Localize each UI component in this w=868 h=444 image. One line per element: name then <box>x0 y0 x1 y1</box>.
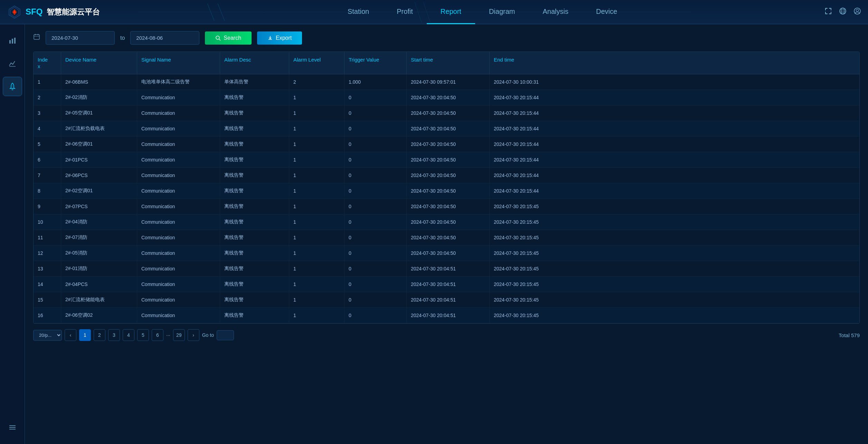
cell-alarm-desc: 单体高告警 <box>220 74 289 90</box>
col-header-trigger-value: Trigger Value <box>345 52 407 74</box>
cell-alarm-desc: 离线告警 <box>220 121 289 136</box>
search-button[interactable]: Search <box>205 31 252 45</box>
date-to-input[interactable] <box>130 31 199 45</box>
calendar-icon[interactable] <box>33 34 40 42</box>
cell-index: 8 <box>34 183 61 198</box>
table-row[interactable]: 9 2#-07PCS Communication 离线告警 1 0 2024-0… <box>34 199 859 214</box>
cell-end-time: 2024-07-30 20:15:45 <box>490 277 573 292</box>
cell-alarm-level: 1 <box>289 105 345 121</box>
cell-end-time: 2024-07-30 20:15:45 <box>490 230 573 245</box>
page-6-button[interactable]: 6 <box>152 329 163 341</box>
cell-index: 6 <box>34 152 61 167</box>
cell-end-time: 2024-07-30 20:15:44 <box>490 168 573 183</box>
page-next-button[interactable]: › <box>188 329 199 341</box>
cell-end-time: 2024-07-30 20:15:44 <box>490 152 573 167</box>
body-layout: to Search Export Index <box>0 24 868 444</box>
cell-signal-name: Communication <box>137 261 220 276</box>
cell-device-name: 2#-06PCS <box>61 168 137 183</box>
cell-end-time: 2024-07-30 10:00:31 <box>490 74 573 90</box>
user-icon[interactable] <box>853 7 861 17</box>
nav-diagram[interactable]: Diagram <box>475 0 529 24</box>
main-nav: Station Profit Report Diagram Analysis D… <box>152 0 813 24</box>
cell-alarm-level: 1 <box>289 308 345 323</box>
svg-line-28 <box>219 39 220 40</box>
cell-alarm-desc: 离线告警 <box>220 183 289 198</box>
table-row[interactable]: 6 2#-01PCS Communication 离线告警 1 0 2024-0… <box>34 152 859 168</box>
cell-start-time: 2024-07-30 20:04:51 <box>407 261 490 276</box>
page-5-button[interactable]: 5 <box>137 329 149 341</box>
cell-trigger-value: 0 <box>345 246 407 261</box>
table-row[interactable]: 14 2#-04PCS Communication 离线告警 1 0 2024-… <box>34 277 859 292</box>
export-button[interactable]: Export <box>257 31 302 45</box>
cell-index: 11 <box>34 230 61 245</box>
cell-index: 10 <box>34 214 61 230</box>
cell-device-name: 2#-04消防 <box>61 214 137 230</box>
globe-icon[interactable] <box>839 7 847 17</box>
cell-alarm-level: 1 <box>289 246 345 261</box>
page-29-button[interactable]: 29 <box>173 329 185 341</box>
cell-device-name: 2#-06BMS <box>61 74 137 90</box>
logo-icon <box>7 4 22 20</box>
table-row[interactable]: 8 2#-02空调01 Communication 离线告警 1 0 2024-… <box>34 183 859 199</box>
page-3-button[interactable]: 3 <box>108 329 120 341</box>
page-1-button[interactable]: 1 <box>79 329 91 341</box>
sidebar-item-line-chart[interactable] <box>3 54 22 73</box>
cell-end-time: 2024-07-30 20:15:44 <box>490 137 573 152</box>
toolbar: to Search Export <box>33 31 860 45</box>
nav-station[interactable]: Station <box>334 0 383 24</box>
page-4-button[interactable]: 4 <box>123 329 134 341</box>
col-header-alarm-desc: Alarm Desc <box>220 52 289 74</box>
cell-start-time: 2024-07-30 20:04:50 <box>407 152 490 167</box>
cell-trigger-value: 0 <box>345 121 407 136</box>
cell-alarm-desc: 离线告警 <box>220 90 289 105</box>
cell-trigger-value: 0 <box>345 183 407 198</box>
date-from-input[interactable] <box>46 31 115 45</box>
cell-device-name: 2#-05空调01 <box>61 105 137 121</box>
table-row[interactable]: 10 2#-04消防 Communication 离线告警 1 0 2024-0… <box>34 214 859 230</box>
goto-input[interactable] <box>217 330 234 340</box>
nav-profit[interactable]: Profit <box>383 0 427 24</box>
page-prev-button[interactable]: ‹ <box>65 329 76 341</box>
sidebar-item-menu[interactable] <box>3 418 22 437</box>
fullscreen-icon[interactable] <box>824 7 832 17</box>
cell-alarm-desc: 离线告警 <box>220 152 289 167</box>
page-2-button[interactable]: 2 <box>94 329 105 341</box>
sidebar-item-bell[interactable] <box>3 77 22 96</box>
cell-index: 3 <box>34 105 61 121</box>
logo-text: SFQ 智慧能源云平台 <box>26 7 100 17</box>
alarm-table: Index Device Name Signal Name Alarm Desc… <box>33 52 860 324</box>
table-row[interactable]: 16 2#-06空调02 Communication 离线告警 1 0 2024… <box>34 308 859 323</box>
goto-label: Go to <box>202 332 214 338</box>
cell-device-name: 2#-01消防 <box>61 261 137 276</box>
cell-end-time: 2024-07-30 20:15:45 <box>490 261 573 276</box>
table-row[interactable]: 3 2#-05空调01 Communication 离线告警 1 0 2024-… <box>34 105 859 121</box>
col-header-signal-name: Signal Name <box>137 52 220 74</box>
table-row[interactable]: 1 2#-06BMS 电池堆单体高二级告警 单体高告警 2 1.000 2024… <box>34 74 859 90</box>
svg-rect-16 <box>14 38 16 44</box>
table-row[interactable]: 12 2#-05消防 Communication 离线告警 1 0 2024-0… <box>34 246 859 261</box>
table-row[interactable]: 15 2#汇流柜储能电表 Communication 离线告警 1 0 2024… <box>34 292 859 308</box>
cell-device-name: 2#-05消防 <box>61 246 137 261</box>
nav-analysis[interactable]: Analysis <box>529 0 582 24</box>
table-row[interactable]: 5 2#-06空调01 Communication 离线告警 1 0 2024-… <box>34 137 859 152</box>
cell-trigger-value: 0 <box>345 137 407 152</box>
cell-device-name: 2#-04PCS <box>61 277 137 292</box>
cell-start-time: 2024-07-30 20:04:51 <box>407 292 490 307</box>
sidebar <box>0 24 25 444</box>
page-size-select[interactable]: 20/p... 50/p 100/p <box>33 330 62 341</box>
table-row[interactable]: 13 2#-01消防 Communication 离线告警 1 0 2024-0… <box>34 261 859 277</box>
cell-alarm-desc: 离线告警 <box>220 246 289 261</box>
table-row[interactable]: 2 2#-02消防 Communication 离线告警 1 0 2024-07… <box>34 90 859 105</box>
cell-alarm-level: 1 <box>289 152 345 167</box>
table-row[interactable]: 4 2#汇流柜负载电表 Communication 离线告警 1 0 2024-… <box>34 121 859 137</box>
nav-device[interactable]: Device <box>582 0 631 24</box>
cell-trigger-value: 1.000 <box>345 74 407 90</box>
cell-start-time: 2024-07-30 20:04:50 <box>407 183 490 198</box>
cell-index: 13 <box>34 261 61 276</box>
table-row[interactable]: 11 2#-07消防 Communication 离线告警 1 0 2024-0… <box>34 230 859 246</box>
nav-report[interactable]: Report <box>427 0 475 24</box>
cell-signal-name: Communication <box>137 292 220 307</box>
sidebar-item-bar-chart[interactable] <box>3 31 22 50</box>
total-label: Total 579 <box>839 332 860 338</box>
table-row[interactable]: 7 2#-06PCS Communication 离线告警 1 0 2024-0… <box>34 168 859 183</box>
